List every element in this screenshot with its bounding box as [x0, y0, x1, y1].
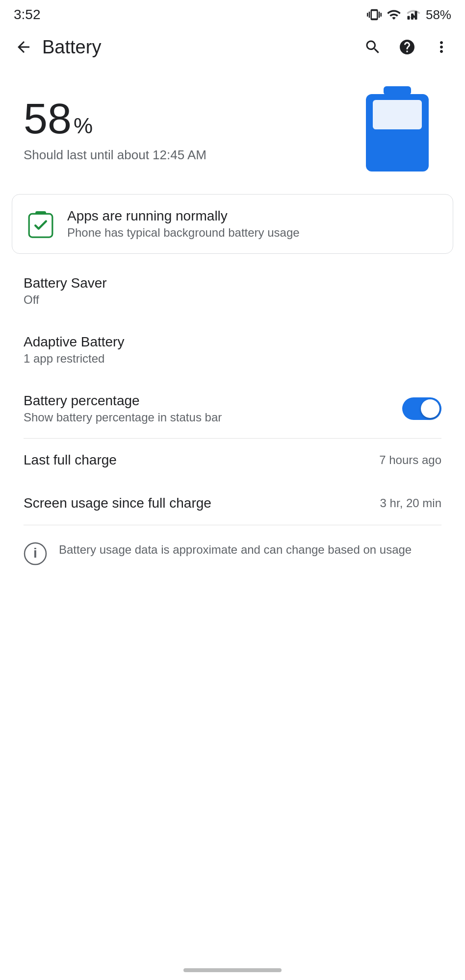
- info-footer: i Battery usage data is approximate and …: [0, 525, 465, 581]
- battery-display-section: 58 % Should last until about 12:45 AM: [0, 67, 465, 194]
- battery-percent-row: 58 %: [24, 97, 353, 140]
- search-button[interactable]: [359, 33, 387, 61]
- last-full-charge-value: 7 hours ago: [379, 453, 441, 467]
- battery-percentage-content: Battery percentage Show battery percenta…: [24, 393, 402, 424]
- battery-large-icon: [363, 86, 432, 174]
- status-icons: 58%: [367, 7, 451, 23]
- last-full-charge-item: Last full charge 7 hours ago: [0, 439, 465, 482]
- toolbar: Battery: [0, 27, 465, 67]
- toggle-knob: [421, 399, 439, 418]
- vibrate-icon: [367, 7, 382, 22]
- settings-list: Battery Saver Off Adaptive Battery 1 app…: [0, 262, 465, 581]
- battery-percentage-subtitle: Show battery percentage in status bar: [24, 411, 402, 424]
- home-indicator[interactable]: [183, 968, 282, 972]
- last-full-charge-title: Last full charge: [24, 452, 379, 468]
- status-battery-percent: 58%: [426, 7, 451, 23]
- status-card-title: Apps are running normally: [67, 208, 300, 224]
- back-button[interactable]: [10, 33, 37, 61]
- status-card[interactable]: Apps are running normally Phone has typi…: [12, 194, 453, 254]
- info-icon: i: [24, 542, 47, 565]
- status-card-subtitle: Phone has typical background battery usa…: [67, 226, 300, 240]
- battery-percent-number: 58: [24, 97, 72, 140]
- help-button[interactable]: [393, 33, 421, 61]
- battery-percent-symbol: %: [74, 114, 93, 138]
- battery-percentage-toggle-container: [402, 397, 441, 420]
- screen-usage-title: Screen usage since full charge: [24, 495, 380, 511]
- apps-running-icon: [28, 211, 53, 237]
- battery-saver-subtitle: Off: [24, 293, 441, 307]
- svg-rect-3: [384, 86, 411, 95]
- battery-info: 58 % Should last until about 12:45 AM: [24, 97, 353, 164]
- page-title: Battery: [42, 37, 359, 58]
- battery-saver-content: Battery Saver Off: [24, 275, 441, 307]
- battery-percentage-item[interactable]: Battery percentage Show battery percenta…: [0, 379, 465, 438]
- status-time: 3:52: [14, 7, 41, 23]
- battery-estimate: Should last until about 12:45 AM: [24, 146, 353, 164]
- battery-percentage-toggle[interactable]: [402, 397, 441, 420]
- more-options-button[interactable]: [428, 33, 455, 61]
- svg-rect-5: [373, 100, 422, 129]
- screen-usage-value: 3 hr, 20 min: [380, 496, 441, 510]
- footer-info-text: Battery usage data is approximate and ca…: [59, 541, 412, 559]
- svg-rect-1: [411, 14, 413, 20]
- toolbar-actions: [359, 33, 455, 61]
- svg-rect-2: [414, 11, 417, 20]
- adaptive-battery-item[interactable]: Adaptive Battery 1 app restricted: [0, 320, 465, 379]
- battery-saver-title: Battery Saver: [24, 275, 441, 291]
- screen-usage-content: Screen usage since full charge: [24, 495, 380, 511]
- signal-icon: [406, 7, 421, 22]
- adaptive-battery-subtitle: 1 app restricted: [24, 352, 441, 366]
- status-card-content: Apps are running normally Phone has typi…: [67, 208, 300, 240]
- screen-usage-item: Screen usage since full charge 3 hr, 20 …: [0, 482, 465, 525]
- last-full-charge-content: Last full charge: [24, 452, 379, 468]
- svg-rect-0: [407, 16, 410, 20]
- battery-percentage-title: Battery percentage: [24, 393, 402, 409]
- battery-saver-item[interactable]: Battery Saver Off: [0, 262, 465, 320]
- wifi-icon: [387, 7, 401, 22]
- adaptive-battery-content: Adaptive Battery 1 app restricted: [24, 334, 441, 366]
- adaptive-battery-title: Adaptive Battery: [24, 334, 441, 350]
- status-bar: 3:52 58%: [0, 0, 465, 27]
- battery-icon-container: [353, 86, 441, 174]
- svg-text:i: i: [33, 545, 37, 561]
